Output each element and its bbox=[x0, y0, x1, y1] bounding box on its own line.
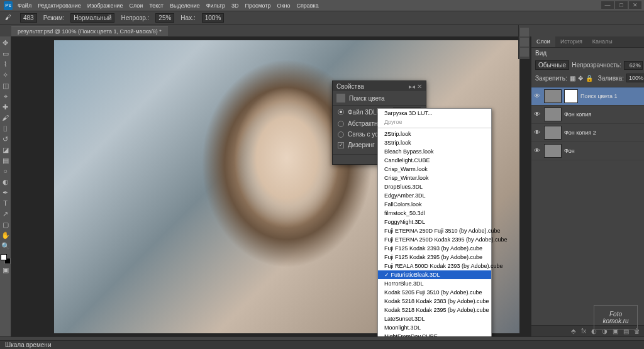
dropdown-item[interactable]: Загрузка 3D LUT... bbox=[378, 109, 491, 118]
eyedropper-tool-icon[interactable]: ⌖ bbox=[1, 91, 11, 101]
eraser-tool-icon[interactable]: ◪ bbox=[1, 145, 11, 155]
quickmask-icon[interactable]: ▣ bbox=[1, 265, 11, 275]
dropdown-item[interactable]: Fuji ETERNA 250D Fuji 3510 (by Adobe).cu… bbox=[378, 226, 491, 235]
layer-opacity-input[interactable] bbox=[624, 61, 643, 70]
lock-pixels-icon[interactable]: ▦ bbox=[570, 75, 575, 82]
mode-select[interactable]: Нормальный bbox=[70, 13, 114, 23]
mask-thumbnail[interactable] bbox=[564, 89, 578, 103]
menu-file[interactable]: Файл bbox=[18, 3, 31, 9]
menu-select[interactable]: Выделение bbox=[170, 3, 200, 9]
dropdown-item[interactable]: Fuji F125 Kodak 2393 (by Adobe).cube bbox=[378, 244, 491, 253]
zoom-tool-icon[interactable]: 🔍 bbox=[1, 241, 11, 251]
heal-tool-icon[interactable]: ✚ bbox=[1, 102, 11, 112]
panel-close-icon[interactable]: ▸◂ ✕ bbox=[409, 83, 422, 90]
dropdown-item[interactable]: DropBlues.3DL bbox=[378, 182, 491, 191]
gradient-tool-icon[interactable]: ▤ bbox=[1, 155, 11, 165]
dropdown-item[interactable]: 3Strip.look bbox=[378, 138, 491, 147]
dropdown-item[interactable]: HorrorBlue.3DL bbox=[378, 279, 491, 288]
visibility-icon[interactable]: 👁 bbox=[534, 92, 541, 100]
type-tool-icon[interactable]: T bbox=[1, 198, 11, 208]
dropdown-item[interactable]: NightFromDay.CUBE bbox=[378, 332, 491, 336]
dropdown-item[interactable]: Crisp_Warm.look bbox=[378, 165, 491, 174]
layer-name[interactable]: Фон bbox=[564, 148, 575, 154]
path-tool-icon[interactable]: ↗ bbox=[1, 209, 11, 219]
move-tool-icon[interactable]: ✥ bbox=[1, 38, 11, 48]
stamp-tool-icon[interactable]: ⌷ bbox=[1, 123, 11, 133]
collapsed-panel-icon[interactable] bbox=[520, 28, 529, 36]
color-swatches[interactable] bbox=[1, 254, 11, 264]
layer-row[interactable]: 👁Поиск цвета 1 bbox=[531, 87, 644, 106]
dropdown-item[interactable]: Candlelight.CUBE bbox=[378, 156, 491, 165]
dropdown-item[interactable]: FallColors.look bbox=[378, 200, 491, 209]
lut-dropdown[interactable]: Загрузка 3D LUT...Другое2Strip.look3Stri… bbox=[377, 108, 492, 336]
tab-history[interactable]: История bbox=[555, 36, 587, 47]
checkbox-icon[interactable]: ✓ bbox=[338, 142, 344, 148]
lock-all-icon[interactable]: 🔒 bbox=[586, 75, 593, 82]
tab-channels[interactable]: Каналы bbox=[587, 36, 618, 47]
blend-mode-select[interactable]: Обычные bbox=[535, 60, 569, 70]
layer-thumbnail[interactable] bbox=[544, 108, 562, 121]
dropdown-item[interactable]: Kodak 5218 Kodak 2383 (by Adobe).cube bbox=[378, 297, 491, 306]
menu-image[interactable]: Изображение bbox=[87, 3, 123, 9]
flow-field[interactable]: 100% bbox=[202, 13, 225, 23]
collapsed-panel-icon[interactable] bbox=[520, 48, 529, 57]
layer-name[interactable]: Фон копия bbox=[564, 111, 591, 118]
collapsed-panel-dock[interactable] bbox=[518, 25, 530, 59]
blur-tool-icon[interactable]: ○ bbox=[1, 166, 11, 176]
radio-icon[interactable] bbox=[338, 109, 344, 115]
dropdown-item[interactable]: Другое bbox=[378, 118, 491, 126]
menu-edit[interactable]: Редактирование bbox=[38, 3, 81, 9]
document-tab[interactable]: результат.psd @ 100% (Поиск цвета 1, Сло… bbox=[11, 26, 168, 36]
layer-thumbnail[interactable] bbox=[544, 144, 562, 158]
menu-view[interactable]: Просмотр bbox=[245, 3, 270, 9]
lasso-tool-icon[interactable]: ⌇ bbox=[1, 59, 11, 69]
tab-layers[interactable]: Слои bbox=[531, 36, 555, 47]
window-minimize-icon[interactable]: — bbox=[601, 1, 614, 9]
hand-tool-icon[interactable]: ✋ bbox=[1, 230, 11, 240]
marquee-tool-icon[interactable]: ▭ bbox=[1, 48, 11, 58]
fx-icon[interactable]: fx bbox=[581, 328, 586, 335]
pen-tool-icon[interactable]: ✒ bbox=[1, 187, 11, 197]
dropdown-item[interactable]: 2Strip.look bbox=[378, 130, 491, 138]
window-maximize-icon[interactable]: □ bbox=[615, 1, 628, 9]
collapsed-panel-icon[interactable] bbox=[520, 38, 529, 47]
menu-text[interactable]: Текст bbox=[149, 3, 164, 9]
dropdown-item[interactable]: Kodak 5218 Kodak 2395 (by Adobe).cube bbox=[378, 306, 491, 314]
brush-tool-icon[interactable]: 🖌 bbox=[1, 113, 11, 123]
history-brush-icon[interactable]: ↺ bbox=[1, 134, 11, 144]
wand-tool-icon[interactable]: ✧ bbox=[1, 70, 11, 80]
dropdown-item[interactable]: FoggyNight.3DL bbox=[378, 218, 491, 226]
menu-layer[interactable]: Слои bbox=[129, 3, 143, 9]
visibility-icon[interactable]: 👁 bbox=[534, 129, 541, 136]
opacity-field[interactable]: 25% bbox=[155, 13, 174, 23]
dropdown-item[interactable]: filmstock_50.3dl bbox=[378, 209, 491, 218]
menu-3d[interactable]: 3D bbox=[231, 3, 239, 9]
lock-position-icon[interactable]: ✥ bbox=[578, 75, 583, 82]
layer-row[interactable]: 👁Фон копия 2 bbox=[531, 124, 644, 142]
dropdown-item[interactable]: Fuji F125 Kodak 2395 (by Adobe).cube bbox=[378, 253, 491, 262]
radio-icon[interactable] bbox=[338, 121, 344, 127]
dropdown-item[interactable]: FuturisticBleak.3DL bbox=[378, 270, 491, 279]
crop-tool-icon[interactable]: ◫ bbox=[1, 80, 11, 91]
timeline-tab[interactable]: Шкала времени bbox=[5, 341, 51, 348]
dropdown-item[interactable]: Crisp_Winter.look bbox=[378, 174, 491, 182]
layer-name[interactable]: Поиск цвета 1 bbox=[580, 93, 618, 99]
menu-filter[interactable]: Фильтр bbox=[206, 3, 225, 9]
visibility-icon[interactable]: 👁 bbox=[534, 147, 541, 155]
brush-preset[interactable]: 483 bbox=[20, 13, 37, 23]
link-layers-icon[interactable]: ⬘ bbox=[571, 328, 576, 335]
layer-name[interactable]: Фон копия 2 bbox=[564, 130, 596, 136]
window-close-icon[interactable]: ✕ bbox=[629, 1, 641, 9]
layer-row[interactable]: 👁Фон bbox=[531, 142, 644, 160]
dropdown-item[interactable]: LateSunset.3DL bbox=[378, 314, 491, 323]
menu-window[interactable]: Окно bbox=[277, 3, 291, 9]
layer-fill-input[interactable] bbox=[626, 74, 644, 82]
dropdown-item[interactable]: Fuji ETERNA 250D Kodak 2395 (by Adobe).c… bbox=[378, 235, 491, 244]
dropdown-item[interactable]: Fuji REALA 500D Kodak 2393 (by Adobe).cu… bbox=[378, 262, 491, 270]
radio-icon[interactable] bbox=[338, 131, 344, 138]
layer-thumbnail[interactable] bbox=[544, 126, 562, 140]
dropdown-item[interactable]: EdgyAmber.3DL bbox=[378, 191, 491, 200]
visibility-icon[interactable]: 👁 bbox=[534, 111, 541, 118]
dropdown-item[interactable]: Kodak 5205 Fuji 3510 (by Adobe).cube bbox=[378, 288, 491, 297]
menu-help[interactable]: Справка bbox=[296, 3, 318, 9]
